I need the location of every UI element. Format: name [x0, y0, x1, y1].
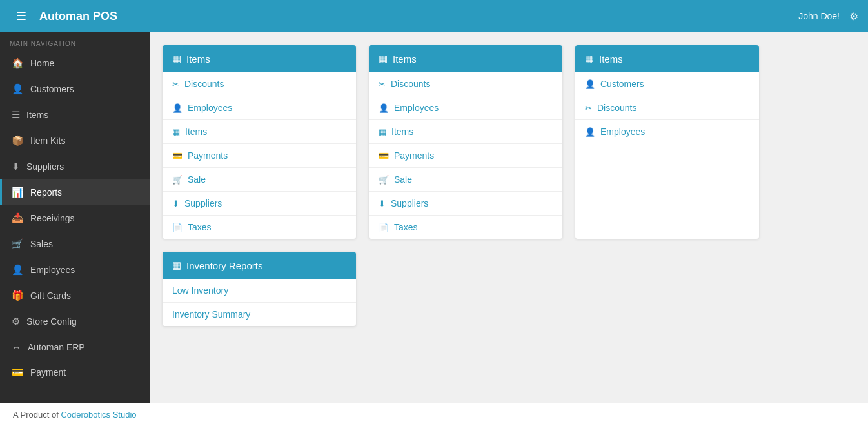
navbar: ☰ Automan POS John Doe! ⚙: [0, 0, 868, 32]
sales-icon: 🛒: [12, 238, 24, 250]
link-icon-card1-3: 💳: [172, 151, 182, 161]
sidebar-item-label-employees: Employees: [30, 265, 75, 275]
card-link-card2-6[interactable]: 📄 Taxes: [369, 216, 562, 239]
sidebar-item-label-suppliers: Suppliers: [26, 161, 64, 172]
footer-link[interactable]: Coderobotics Studio: [61, 410, 136, 420]
link-icon-card1-2: ▦: [172, 127, 180, 137]
report-card-card3: ▦ Items 👤 Customers ✂ Discounts 👤 Employ…: [575, 45, 759, 239]
sidebar-item-label-receivings: Receivings: [30, 213, 74, 223]
card-link-card1-2[interactable]: ▦ Items: [163, 120, 356, 144]
link-icon-card2-6: 📄: [379, 223, 389, 232]
sidebar-item-label-items: Items: [26, 110, 48, 120]
sidebar-items: 🏠 Home 👤 Customers ☰ Items 📦 Item Kits ⬇…: [0, 50, 150, 385]
card-link-card2-1[interactable]: 👤 Employees: [369, 96, 562, 120]
card-link-card1-6[interactable]: 📄 Taxes: [163, 216, 356, 239]
inventory-link-0[interactable]: Low Inventory: [163, 279, 356, 303]
sidebar-item-payment[interactable]: 💳 Payment: [0, 360, 150, 385]
sidebar-item-suppliers[interactable]: ⬇ Suppliers: [0, 154, 150, 179]
report-card-card1: ▦ Items ✂ Discounts 👤 Employees ▦ Items …: [163, 45, 356, 239]
link-icon-card2-0: ✂: [379, 79, 386, 89]
sidebar-item-home[interactable]: 🏠 Home: [0, 50, 150, 76]
link-label-card2-4: Sale: [394, 174, 412, 185]
link-icon-card2-3: 💳: [379, 151, 389, 161]
link-icon-card2-1: 👤: [379, 103, 389, 113]
sidebar-item-employees[interactable]: 👤 Employees: [0, 257, 150, 283]
employees-icon: 👤: [12, 264, 24, 276]
store-config-icon: ⚙: [12, 316, 20, 327]
card-header-icon-card3: ▦: [585, 53, 594, 65]
link-icon-card1-0: ✂: [172, 79, 179, 89]
card-link-card1-5[interactable]: ⬇ Suppliers: [163, 192, 356, 216]
sidebar-item-items[interactable]: ☰ Items: [0, 102, 150, 128]
hamburger-icon: ☰: [16, 10, 26, 23]
items-icon: ☰: [12, 109, 20, 121]
inventory-link-label-1: Inventory Summary: [172, 309, 250, 320]
inventory-header-icon: ▦: [172, 259, 181, 271]
card-link-card1-1[interactable]: 👤 Employees: [163, 96, 356, 120]
link-label-card1-5: Suppliers: [184, 198, 222, 208]
card-link-card1-0[interactable]: ✂ Discounts: [163, 72, 356, 96]
link-label-card1-2: Items: [185, 127, 207, 137]
link-label-card2-2: Items: [391, 127, 413, 137]
link-icon-card2-4: 🛒: [379, 175, 389, 185]
layout: MAIN NAVIGATION 🏠 Home 👤 Customers ☰ Ite…: [0, 32, 868, 403]
sidebar-item-store-config[interactable]: ⚙ Store Config: [0, 309, 150, 334]
card-link-card1-4[interactable]: 🛒 Sale: [163, 168, 356, 192]
card-header-title-card1: Items: [186, 54, 210, 65]
menu-toggle-button[interactable]: ☰: [10, 6, 33, 26]
sidebar-item-automan-erp[interactable]: ↔ Automan ERP: [0, 334, 150, 360]
card-link-card2-2[interactable]: ▦ Items: [369, 120, 562, 144]
inventory-link-1[interactable]: Inventory Summary: [163, 303, 356, 326]
link-icon-card1-5: ⬇: [172, 199, 179, 208]
inventory-card-body: Low InventoryInventory Summary: [163, 279, 356, 326]
main-content: ▦ Items ✂ Discounts 👤 Employees ▦ Items …: [150, 32, 868, 403]
receivings-icon: 📥: [12, 212, 24, 224]
card-body-card1: ✂ Discounts 👤 Employees ▦ Items 💳 Paymen…: [163, 72, 356, 239]
sidebar-item-gift-cards[interactable]: 🎁 Gift Cards: [0, 283, 150, 309]
link-label-card3-1: Discounts: [597, 103, 636, 113]
sidebar-item-item-kits[interactable]: 📦 Item Kits: [0, 128, 150, 154]
link-label-card2-0: Discounts: [391, 79, 430, 89]
link-icon-card3-0: 👤: [585, 79, 595, 89]
settings-icon[interactable]: ⚙: [849, 10, 858, 23]
sidebar-section-label: MAIN NAVIGATION: [0, 32, 150, 50]
reports-icon: 📊: [12, 187, 24, 198]
card-link-card3-2[interactable]: 👤 Employees: [575, 120, 759, 143]
bottom-cards-row: ▦ Inventory Reports Low InventoryInvento…: [163, 252, 855, 326]
link-label-card1-1: Employees: [188, 103, 232, 113]
link-label-card2-3: Payments: [394, 150, 434, 161]
link-icon-card1-6: 📄: [172, 223, 182, 232]
sidebar-item-reports[interactable]: 📊 Reports: [0, 179, 150, 205]
home-icon: 🏠: [12, 57, 24, 69]
app-brand: Automan POS: [39, 10, 798, 23]
sidebar-item-sales[interactable]: 🛒 Sales: [0, 231, 150, 257]
card-header-icon-card1: ▦: [172, 53, 181, 65]
card-link-card2-4[interactable]: 🛒 Sale: [369, 168, 562, 192]
sidebar-item-label-payment: Payment: [30, 367, 66, 378]
sidebar-item-label-home: Home: [30, 58, 54, 68]
item-kits-icon: 📦: [12, 135, 24, 147]
inventory-card-header: ▦ Inventory Reports: [163, 252, 356, 279]
card-header-icon-card2: ▦: [379, 53, 388, 65]
card-link-card2-0[interactable]: ✂ Discounts: [369, 72, 562, 96]
link-label-card3-2: Employees: [600, 127, 645, 137]
automan-erp-icon: ↔: [12, 341, 21, 352]
link-label-card2-6: Taxes: [394, 222, 418, 232]
sidebar-item-customers[interactable]: 👤 Customers: [0, 76, 150, 102]
link-label-card2-1: Employees: [394, 103, 439, 113]
sidebar-item-label-customers: Customers: [30, 84, 74, 94]
card-header-card1: ▦ Items: [163, 45, 356, 72]
customers-icon: 👤: [12, 83, 24, 95]
card-link-card3-0[interactable]: 👤 Customers: [575, 72, 759, 96]
card-link-card2-5[interactable]: ⬇ Suppliers: [369, 192, 562, 216]
sidebar-item-label-automan-erp: Automan ERP: [28, 342, 85, 352]
card-link-card3-1[interactable]: ✂ Discounts: [575, 96, 759, 120]
link-icon-card3-2: 👤: [585, 127, 595, 137]
sidebar-item-receivings[interactable]: 📥 Receivings: [0, 205, 150, 231]
card-link-card2-3[interactable]: 💳 Payments: [369, 144, 562, 168]
sidebar: MAIN NAVIGATION 🏠 Home 👤 Customers ☰ Ite…: [0, 32, 150, 403]
inventory-card: ▦ Inventory Reports Low InventoryInvento…: [163, 252, 356, 326]
user-label: John Doe!: [798, 11, 840, 21]
sidebar-item-label-gift-cards: Gift Cards: [30, 290, 71, 301]
card-link-card1-3[interactable]: 💳 Payments: [163, 144, 356, 168]
